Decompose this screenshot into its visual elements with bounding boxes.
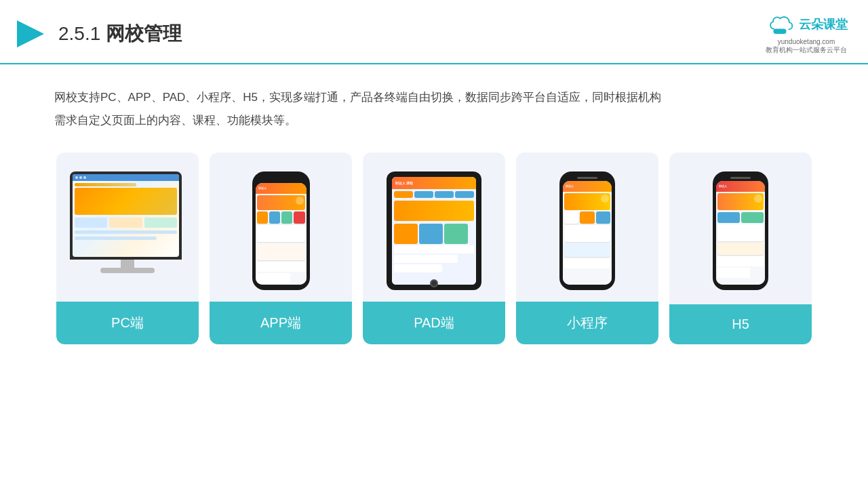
platform-cards: PC端 职达人 (0, 139, 868, 358)
card-pad: 职达人 课程 (363, 152, 505, 344)
app-phone-mockup: 职达人 (252, 171, 310, 290)
card-miniprogram-image: 职达人 (516, 152, 658, 302)
card-h5-label: H5 (669, 304, 812, 344)
card-pad-image: 职达人 课程 (363, 152, 505, 302)
h5-phone-mockup: 职达人 (713, 171, 768, 290)
card-app-label: APP端 (210, 302, 352, 344)
logo-name-text: 云朵课堂 (799, 16, 848, 33)
card-pad-label: PAD端 (363, 302, 505, 344)
cloud-logo-icon (765, 12, 795, 37)
card-h5: 职达人 H5 (669, 152, 812, 344)
description-line1: 网校支持PC、APP、PAD、小程序、H5，实现多端打通，产品各终端自由切换，数… (54, 86, 814, 109)
card-app-image: 职达人 (210, 152, 352, 302)
card-app: 职达人 (210, 152, 352, 344)
miniprogram-phone-mockup: 职达人 (559, 171, 615, 290)
svg-marker-0 (17, 20, 44, 47)
logo-subtitle: yunduoketang.com 教育机构一站式服务云平台 (766, 38, 847, 55)
pc-monitor-mockup (70, 171, 185, 290)
card-h5-image: 职达人 (669, 152, 812, 302)
logo-area: 云朵课堂 yunduoketang.com 教育机构一站式服务云平台 (765, 12, 848, 55)
card-miniprogram: 职达人 小程序 (516, 152, 658, 344)
pad-tablet-mockup: 职达人 课程 (387, 171, 481, 290)
card-pc-image (56, 152, 199, 302)
svg-rect-4 (776, 29, 784, 34)
description-line2: 需求自定义页面上的内容、课程、功能模块等。 (54, 109, 814, 132)
header-left: 2.5.1 网校管理 (14, 17, 182, 51)
card-pc-label: PC端 (56, 302, 199, 344)
description-block: 网校支持PC、APP、PAD、小程序、H5，实现多端打通，产品各终端自由切换，数… (0, 64, 868, 139)
card-miniprogram-label: 小程序 (516, 302, 658, 344)
page-title: 2.5.1 网校管理 (58, 21, 182, 47)
card-pc: PC端 (56, 152, 199, 344)
play-icon (14, 17, 47, 51)
page-header: 2.5.1 网校管理 云朵课堂 yunduoketang.com 教育机构一站式… (0, 0, 868, 64)
logo-cloud: 云朵课堂 (765, 12, 848, 37)
